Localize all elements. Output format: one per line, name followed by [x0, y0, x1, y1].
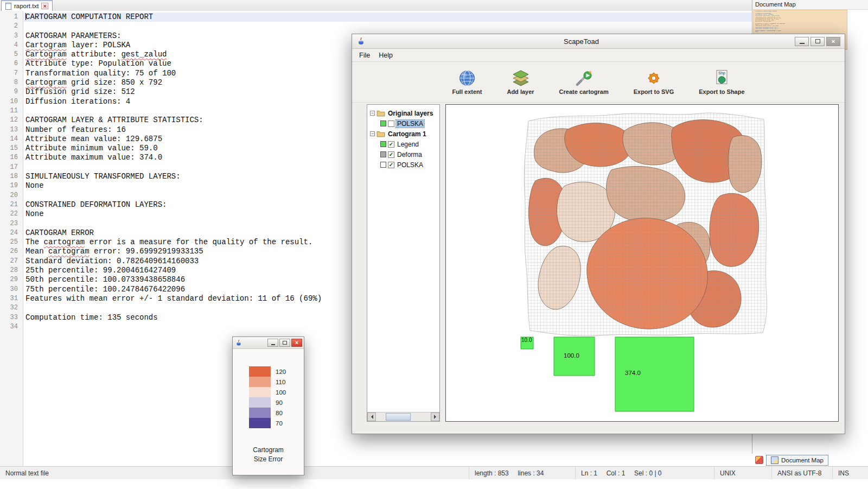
- toolbar-create-cartogram[interactable]: Create cartogram: [556, 68, 612, 96]
- line-number: 18: [0, 172, 23, 181]
- scale-row: 70: [249, 418, 292, 428]
- tree-layer-row[interactable]: ✓POLSKA: [367, 160, 439, 170]
- line-number: 29: [0, 275, 23, 284]
- maximize-icon: [815, 39, 820, 43]
- scapetoad-titlebar[interactable]: ScapeToad ×: [352, 34, 845, 49]
- scapetoad-window: ScapeToad × FileHelp Full extentAdd laye…: [352, 34, 845, 434]
- menu-file[interactable]: File: [355, 50, 374, 60]
- tree-layer-row[interactable]: ✓Deforma: [367, 149, 439, 160]
- layers-panel: −Original layersPOLSKA−Cartogram 1✓Legen…: [367, 104, 440, 422]
- menu-help[interactable]: Help: [374, 50, 397, 60]
- wand-icon: [575, 69, 593, 87]
- gear-icon: [644, 69, 663, 87]
- tree-expand-handle[interactable]: −: [370, 131, 375, 136]
- minimize-button[interactable]: [267, 339, 278, 347]
- line-number: 5: [0, 50, 23, 59]
- scale-swatch: [249, 418, 271, 428]
- size-error-body: 120110100908070 Cartogram Size Error: [233, 349, 304, 475]
- minimize-button[interactable]: [795, 37, 809, 46]
- minimize-icon: [271, 344, 275, 345]
- code-line[interactable]: [24, 22, 752, 31]
- scrollbar-track[interactable]: [376, 412, 431, 421]
- arrow-right-icon: [434, 415, 438, 419]
- scale-row: 120: [249, 366, 292, 377]
- scroll-left-button[interactable]: [367, 412, 376, 421]
- folder-icon: [376, 131, 385, 137]
- tree-folder-row[interactable]: −Original layers: [367, 108, 439, 118]
- toolbar-add-layer[interactable]: Add layer: [503, 68, 537, 96]
- status-eol-format[interactable]: UNIX: [714, 467, 771, 479]
- java-icon: [235, 339, 242, 347]
- layer-color-chip: [380, 141, 386, 147]
- tree-folder-row[interactable]: −Cartogram 1: [367, 129, 439, 139]
- legend-group: 10.0100.0374.0: [521, 337, 694, 411]
- scrollbar-thumb[interactable]: [386, 413, 411, 421]
- layer-checkbox[interactable]: [388, 120, 394, 127]
- legend-value-label: 374.0: [625, 370, 641, 376]
- shape-icon: Shp: [712, 69, 731, 87]
- line-number: 11: [0, 106, 23, 116]
- line-number: 8: [0, 78, 23, 87]
- line-number: 17: [0, 163, 23, 172]
- map-panel[interactable]: 10.0100.0374.0: [445, 104, 839, 422]
- document-map-tab[interactable]: Document Map: [766, 455, 828, 466]
- toolbar-full-extent[interactable]: Full extent: [449, 68, 485, 96]
- toolbar-label: Export to Shape: [699, 88, 744, 95]
- maximize-button[interactable]: [810, 37, 825, 46]
- scale-value: 110: [276, 379, 292, 385]
- scroll-right-button[interactable]: [431, 412, 439, 421]
- line-number: 15: [0, 144, 23, 153]
- layer-checkbox[interactable]: ✓: [388, 151, 394, 158]
- status-length-lines: length : 853 lines : 34: [469, 467, 575, 479]
- cartogram-canvas[interactable]: 10.0100.0374.0: [446, 105, 838, 421]
- line-number: 4: [0, 41, 23, 50]
- close-button[interactable]: ×: [291, 339, 302, 347]
- status-typing-mode[interactable]: INS: [832, 467, 868, 479]
- menu-bar: FileHelp: [352, 49, 845, 62]
- scale-value: 80: [276, 410, 292, 416]
- tree-folder-label: Original layers: [387, 110, 434, 117]
- toolbar-export-to-svg[interactable]: Export to SVG: [630, 68, 678, 96]
- document-icon: [5, 3, 11, 10]
- tree-hscrollbar[interactable]: [367, 412, 439, 421]
- toolbar-label: Export to SVG: [634, 88, 674, 95]
- status-bar: Normal text file length : 853 lines : 34…: [0, 466, 868, 479]
- line-number: 20: [0, 191, 23, 200]
- scale-value: 70: [276, 420, 292, 427]
- desktop: raport.txt × 123456789101112131415161718…: [0, 0, 868, 489]
- line-number: 10: [0, 97, 23, 106]
- size-error-titlebar[interactable]: ×: [233, 337, 304, 349]
- line-number: 33: [0, 313, 23, 322]
- panel-icon[interactable]: [755, 456, 763, 464]
- tree-layer-label: Deforma: [396, 151, 423, 158]
- tree-layer-row[interactable]: ✓Legend: [367, 139, 439, 149]
- arrow-left-icon: [369, 415, 373, 419]
- tab-raport[interactable]: raport.txt ×: [1, 0, 53, 11]
- toolbar-export-to-shape[interactable]: ShpExport to Shape: [695, 68, 748, 96]
- tree-layer-label: POLSKA: [396, 161, 424, 169]
- folder-icon: [376, 110, 385, 117]
- layer-checkbox[interactable]: ✓: [388, 162, 394, 168]
- maximize-button[interactable]: [279, 339, 290, 347]
- tree-folder-label: Cartogram 1: [387, 130, 427, 138]
- scapetoad-content: −Original layersPOLSKA−Cartogram 1✓Legen…: [352, 101, 845, 434]
- line-number: 7: [0, 69, 23, 78]
- scale-row: 100: [249, 387, 292, 397]
- scale-row: 90: [249, 397, 292, 408]
- code-line[interactable]: CARTOGRAM COMPUTATION REPORT: [24, 12, 752, 22]
- document-map-title: Document Map: [752, 0, 868, 10]
- size-error-window: × 120110100908070 Cartogram Size Error: [232, 336, 304, 475]
- panel-tab-strip: Document Map: [752, 454, 868, 466]
- error-scale: 120110100908070: [249, 366, 292, 428]
- tab-close-icon[interactable]: ×: [41, 3, 48, 9]
- legend-value-label: 10.0: [521, 337, 532, 343]
- layer-checkbox[interactable]: ✓: [388, 141, 394, 148]
- layer-color-chip: [380, 120, 386, 126]
- toolbar-label: Full extent: [452, 88, 482, 95]
- scale-swatch: [249, 377, 271, 387]
- tree-layer-row[interactable]: POLSKA: [367, 118, 439, 129]
- tree-expand-handle[interactable]: −: [370, 111, 375, 116]
- status-encoding[interactable]: ANSI as UTF-8: [771, 467, 832, 479]
- close-button[interactable]: ×: [826, 37, 840, 46]
- line-number: 19: [0, 181, 23, 190]
